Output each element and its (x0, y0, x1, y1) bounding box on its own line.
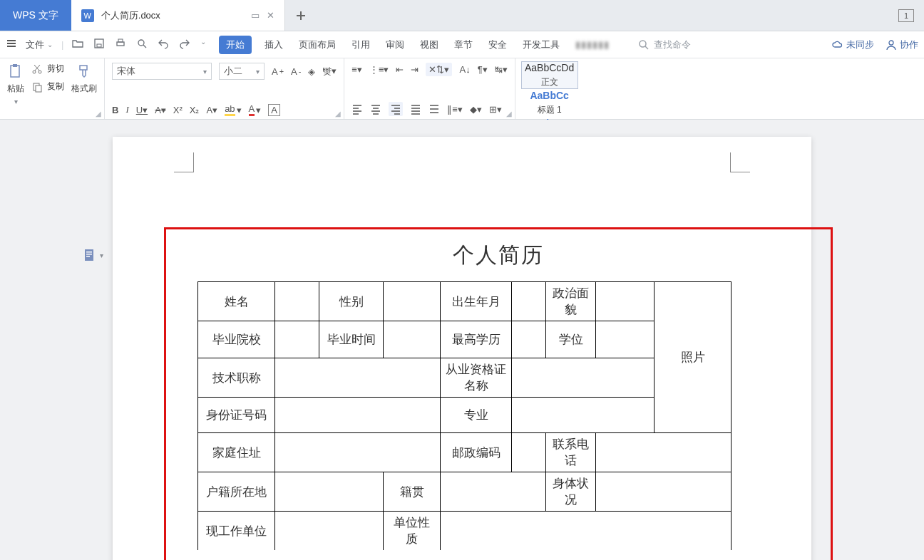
distribute-button[interactable] (428, 103, 440, 115)
cell-label[interactable]: 学位 (546, 321, 596, 358)
shading-button[interactable]: ◆▾ (470, 104, 482, 115)
section-indicator-icon[interactable]: ▾ (83, 248, 103, 262)
page[interactable]: ▾ 个人简历 姓名 性别 出生年月 政治面貌 照片 毕业院校 (113, 137, 811, 560)
cell-photo[interactable]: 照片 (654, 282, 732, 433)
cell-label[interactable]: 身份证号码 (198, 398, 275, 433)
cell-label[interactable]: 家庭住址 (198, 433, 275, 472)
borders-button[interactable]: ⊞▾ (489, 104, 502, 115)
tab-chapter[interactable]: 章节 (451, 36, 476, 54)
cell-value[interactable] (275, 398, 441, 433)
show-marks-button[interactable]: ¶▾ (478, 64, 488, 75)
strike-button[interactable]: A▾ (155, 105, 166, 115)
cell-value[interactable] (596, 282, 654, 321)
present-icon[interactable]: ▭ (251, 10, 260, 21)
cell-label[interactable]: 最高学历 (441, 321, 512, 358)
tab-references[interactable]: 引用 (349, 36, 373, 54)
tab-review[interactable]: 审阅 (383, 36, 407, 54)
cell-label[interactable]: 身体状况 (546, 472, 596, 512)
open-icon[interactable] (72, 38, 83, 51)
char-border-button[interactable]: A (268, 104, 280, 116)
tab-pagelayout[interactable]: 页面布局 (296, 36, 339, 54)
cell-value[interactable] (275, 433, 441, 472)
cell-label[interactable]: 籍贯 (384, 472, 441, 512)
cell-label[interactable]: 从业资格证名称 (441, 358, 512, 398)
resume-table[interactable]: 姓名 性别 出生年月 政治面貌 照片 毕业院校 毕业时间 最高学历 (197, 281, 732, 550)
cell-value[interactable] (441, 472, 546, 512)
document-tab[interactable]: W 个人简历.docx ▭ ✕ (71, 0, 285, 31)
print-icon[interactable] (115, 38, 126, 51)
font-name-select[interactable]: 宋体 ▾ (112, 63, 212, 80)
align-left-button[interactable] (351, 103, 363, 115)
tab-button[interactable]: ↹▾ (495, 64, 508, 75)
increase-font-icon[interactable]: A+ (272, 66, 284, 77)
increase-indent-button[interactable]: ⇥ (411, 64, 419, 75)
cell-label[interactable]: 户籍所在地 (198, 472, 275, 512)
clear-format-icon[interactable]: ◈ (308, 66, 315, 77)
underline-button[interactable]: U▾ (136, 105, 148, 115)
window-count-badge[interactable]: 1 (898, 9, 914, 22)
text-effects-button[interactable]: A▾ (206, 105, 217, 115)
close-tab-icon[interactable]: ✕ (267, 10, 274, 21)
align-center-button[interactable] (370, 103, 381, 115)
sync-status[interactable]: 未同步 (832, 38, 874, 51)
cell-value[interactable] (596, 472, 732, 512)
sort-button[interactable]: A↓ (459, 64, 470, 75)
tab-insert[interactable]: 插入 (262, 36, 286, 54)
copy-button[interactable]: 复制 (31, 81, 64, 93)
cell-label[interactable]: 政治面貌 (546, 282, 596, 321)
hamburger-icon[interactable] (6, 38, 17, 51)
group-launcher-icon[interactable]: ◢ (96, 110, 101, 118)
cell-label[interactable]: 单位性质 (384, 512, 441, 551)
cell-value[interactable] (384, 321, 441, 358)
cell-value[interactable] (275, 321, 319, 358)
tab-security[interactable]: 安全 (486, 36, 510, 54)
cut-button[interactable]: 剪切 (31, 63, 64, 75)
save-icon[interactable] (93, 38, 105, 51)
change-case-icon[interactable]: 뺮▾ (322, 65, 337, 78)
group-launcher-icon[interactable]: ◢ (335, 110, 341, 118)
redo-icon[interactable] (179, 38, 190, 51)
decrease-font-icon[interactable]: A- (291, 66, 301, 77)
italic-button[interactable]: I (125, 104, 128, 115)
font-color-button[interactable]: A▾ (249, 103, 262, 116)
undo-icon[interactable] (158, 38, 169, 51)
superscript-button[interactable]: X² (173, 105, 183, 115)
cell-value[interactable] (512, 433, 546, 472)
line-spacing-button[interactable]: ✕⇅▾ (426, 63, 452, 76)
cell-label[interactable]: 姓名 (198, 282, 275, 321)
cell-label[interactable]: 现工作单位 (198, 512, 275, 551)
command-search[interactable]: 查找命令 (638, 38, 691, 51)
align-justify-button[interactable] (410, 103, 421, 115)
cell-value[interactable] (512, 398, 654, 433)
new-tab-button[interactable] (285, 0, 317, 31)
cell-label[interactable]: 性别 (319, 282, 384, 321)
format-painter-button[interactable]: 格式刷 (71, 63, 97, 95)
style-normal[interactable]: AaBbCcDd 正文 (521, 61, 578, 89)
paste-button[interactable]: 粘贴 ▾ (7, 63, 24, 105)
print-preview-icon[interactable] (136, 38, 148, 51)
decrease-indent-button[interactable]: ⇤ (396, 64, 404, 75)
line-spacing2-button[interactable]: ‖≡▾ (447, 104, 463, 115)
cell-value[interactable] (384, 282, 441, 321)
font-size-select[interactable]: 小二 ▾ (219, 63, 265, 80)
bold-button[interactable]: B (112, 105, 118, 115)
tab-start[interactable]: 开始 (219, 36, 252, 54)
file-menu[interactable]: 文件 ⌄ (21, 36, 57, 54)
style-heading1[interactable]: AaBbCc 标题 1 (521, 89, 578, 117)
cell-label[interactable]: 出生年月 (441, 282, 512, 321)
highlight-button[interactable]: ab▾ (225, 103, 241, 116)
cell-label[interactable]: 专业 (441, 398, 512, 433)
cell-label[interactable]: 技术职称 (198, 358, 275, 398)
cell-value[interactable] (275, 512, 384, 551)
cell-value[interactable] (512, 321, 546, 358)
cell-value[interactable] (275, 358, 441, 398)
cell-label[interactable]: 邮政编码 (441, 433, 512, 472)
cell-label[interactable]: 毕业院校 (198, 321, 275, 358)
numbering-button[interactable]: ⋮≡▾ (369, 64, 389, 75)
subscript-button[interactable]: X₂ (190, 105, 200, 115)
align-right-button[interactable] (389, 102, 403, 116)
document-area[interactable]: ▾ 个人简历 姓名 性别 出生年月 政治面貌 照片 毕业院校 (0, 120, 924, 560)
tab-view[interactable]: 视图 (417, 36, 441, 54)
cell-value[interactable] (596, 321, 654, 358)
document-title[interactable]: 个人简历 (166, 241, 831, 270)
